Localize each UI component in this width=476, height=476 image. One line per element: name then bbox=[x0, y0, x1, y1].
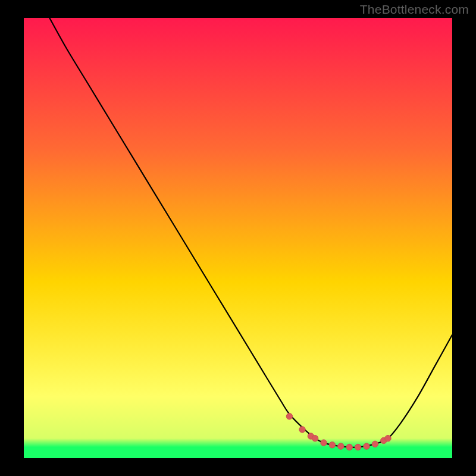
marker-dot bbox=[321, 440, 327, 446]
marker-dot bbox=[364, 443, 369, 449]
marker-dot bbox=[338, 443, 344, 449]
marker-dot bbox=[299, 427, 305, 433]
marker-dot bbox=[355, 444, 361, 450]
plot-area bbox=[24, 18, 452, 458]
marker-dot bbox=[286, 414, 292, 419]
marker-dot bbox=[385, 436, 391, 441]
marker-dot bbox=[346, 444, 352, 450]
marker-dot bbox=[312, 436, 318, 441]
marker-dot bbox=[372, 441, 378, 447]
chart-frame: TheBottleneck.com bbox=[0, 0, 476, 476]
marker-dot bbox=[329, 442, 335, 448]
chart-svg bbox=[24, 18, 452, 458]
watermark-text: TheBottleneck.com bbox=[360, 2, 469, 17]
